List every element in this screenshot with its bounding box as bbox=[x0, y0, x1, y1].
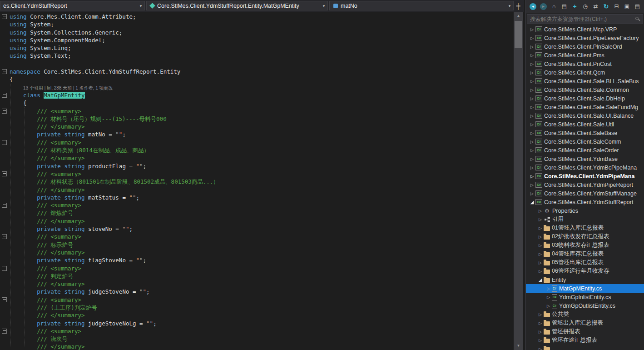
chevron-collapsed-icon[interactable]: ▷ bbox=[529, 36, 535, 40]
chevron-collapsed-icon[interactable]: ▷ bbox=[537, 226, 544, 230]
tree-item-22[interactable]: ▷引用 bbox=[526, 215, 644, 224]
tree-item-6[interactable]: ▷C#Core.StlMes.Client.Sale.BLL.SaleBus bbox=[526, 77, 644, 85]
fold-collapse-icon[interactable] bbox=[0, 296, 8, 304]
chevron-expanded-icon[interactable]: ◢ bbox=[529, 200, 535, 205]
chevron-collapsed-icon[interactable]: ▷ bbox=[537, 235, 544, 239]
tree-item-3[interactable]: ▷C#Core.StlMes.Client.Pms bbox=[526, 51, 644, 60]
tree-item-19[interactable]: ▷C#Core.StlMes.Client.YdmStuffManage bbox=[526, 189, 644, 198]
scrollbar-thumb[interactable] bbox=[515, 21, 522, 48]
chevron-collapsed-icon[interactable]: ▷ bbox=[529, 122, 535, 127]
pending-changes-icon[interactable]: ◷ bbox=[580, 2, 590, 11]
chevron-collapsed-icon[interactable]: ▷ bbox=[529, 45, 535, 49]
chevron-collapsed-icon[interactable]: ▷ bbox=[529, 62, 535, 66]
refresh-icon[interactable]: ↻ bbox=[601, 2, 611, 11]
tree-item-27[interactable]: ▷05管坯出库汇总报表 bbox=[526, 258, 644, 267]
fold-collapse-icon[interactable] bbox=[0, 107, 8, 115]
fold-collapse-icon[interactable] bbox=[0, 91, 8, 99]
tree-item-20[interactable]: ◢C#Core.StlMes.Client.YdmStuffReport bbox=[526, 198, 644, 206]
project-dropdown[interactable]: es.Client.YdmStuffReport ▾ bbox=[0, 1, 145, 10]
chevron-collapsed-icon[interactable]: ▷ bbox=[529, 70, 535, 75]
tree-item-7[interactable]: ▷C#Core.StlMes.Client.Sale.Common bbox=[526, 85, 644, 94]
chevron-collapsed-icon[interactable]: ▷ bbox=[529, 148, 535, 153]
chevron-collapsed-icon[interactable]: ▷ bbox=[529, 53, 535, 58]
tree-item-29[interactable]: ◢Entity bbox=[526, 275, 644, 284]
chevron-collapsed-icon[interactable]: ▷ bbox=[537, 217, 544, 222]
chevron-collapsed-icon[interactable]: ▷ bbox=[537, 209, 544, 213]
chevron-collapsed-icon[interactable]: ▷ bbox=[529, 27, 535, 32]
show-all-files-icon[interactable]: ▣ bbox=[622, 2, 632, 11]
tree-item-26[interactable]: ▷04管坯库存汇总报表 bbox=[526, 250, 644, 258]
switch-views-icon[interactable]: ▤ bbox=[560, 2, 569, 11]
properties-icon[interactable]: ▤ bbox=[633, 2, 642, 11]
chevron-collapsed-icon[interactable]: ▷ bbox=[537, 312, 544, 317]
chevron-collapsed-icon[interactable]: ▷ bbox=[537, 347, 544, 350]
chevron-collapsed-icon[interactable]: ▷ bbox=[537, 243, 544, 248]
tree-item-31[interactable]: ▷C#YdmGpInlistEntity.cs bbox=[526, 293, 644, 301]
tree-item-10[interactable]: ▷C#Core.StlMes.Client.Sale.UI.Balance bbox=[526, 111, 644, 120]
tree-item-21[interactable]: ▷⚙Properties bbox=[526, 206, 644, 215]
tree-item-4[interactable]: ▷C#Core.StlMes.Client.PnCost bbox=[526, 60, 644, 68]
fold-collapse-icon[interactable] bbox=[0, 265, 8, 272]
collapse-all-icon[interactable]: ⊟ bbox=[612, 2, 621, 11]
fold-collapse-icon[interactable] bbox=[0, 327, 8, 335]
tree-item-30[interactable]: ▷C#MatGpMEntity.cs bbox=[526, 284, 644, 293]
scroll-down-icon[interactable]: ▼ bbox=[514, 343, 523, 349]
split-editor-icon[interactable]: ╪ bbox=[514, 1, 523, 10]
chevron-collapsed-icon[interactable]: ▷ bbox=[529, 131, 535, 135]
chevron-collapsed-icon[interactable]: ▷ bbox=[537, 330, 544, 334]
tree-item-11[interactable]: ▷C#Core.StlMes.Client.Sale.Util bbox=[526, 120, 644, 129]
chevron-collapsed-icon[interactable]: ▷ bbox=[545, 295, 552, 300]
chevron-collapsed-icon[interactable]: ▷ bbox=[537, 338, 544, 343]
tree-item-37[interactable]: ▷ bbox=[526, 345, 644, 350]
tree-item-24[interactable]: ▷02炉批收发存汇总报表 bbox=[526, 232, 644, 241]
member-dropdown[interactable]: matNo ▾ bbox=[329, 1, 514, 10]
chevron-collapsed-icon[interactable]: ▷ bbox=[545, 304, 552, 308]
tree-item-15[interactable]: ▷C#Core.StlMes.Client.YdmBase bbox=[526, 155, 644, 163]
chevron-collapsed-icon[interactable]: ▷ bbox=[529, 96, 535, 101]
tree-item-18[interactable]: ▷C#Core.StlMes.Client.YdmPipeReport bbox=[526, 180, 644, 189]
chevron-collapsed-icon[interactable]: ▷ bbox=[529, 165, 535, 170]
tree-item-17[interactable]: ▷C#Core.StlMes.Client.YdmPipeMana bbox=[526, 172, 644, 180]
fold-collapse-icon[interactable] bbox=[0, 139, 8, 146]
chevron-collapsed-icon[interactable]: ▷ bbox=[529, 79, 535, 84]
tree-item-23[interactable]: ▷01管坯入库汇总报表 bbox=[526, 224, 644, 232]
tree-item-32[interactable]: ▷C#YdmGpOutlistEntity.cs bbox=[526, 301, 644, 310]
code-editor[interactable]: using Core.Mes.Client.Comm.Attribute;usi… bbox=[0, 12, 513, 350]
tree-item-5[interactable]: ▷C#Core.StlMes.Client.Qcm bbox=[526, 68, 644, 77]
tree-item-25[interactable]: ▷03物料收发存汇总报表 bbox=[526, 241, 644, 250]
tree-item-12[interactable]: ▷C#Core.StlMes.Client.SaleBase bbox=[526, 129, 644, 137]
tree-item-28[interactable]: ▷06管坯运行年月收发存 bbox=[526, 267, 644, 275]
sync-with-active-document-icon[interactable]: ⇄ bbox=[591, 2, 600, 11]
chevron-collapsed-icon[interactable]: ▷ bbox=[529, 105, 535, 110]
tree-item-16[interactable]: ▷C#Core.StlMes.Client.YdmBcPipeMana bbox=[526, 163, 644, 172]
tree-item-0[interactable]: ▷C#Core.StlMes.Client.Mcp.VRP bbox=[526, 25, 644, 34]
tree-item-1[interactable]: ▷C#Core.StlMes.Client.PipeLeaveFactory bbox=[526, 34, 644, 42]
chevron-collapsed-icon[interactable]: ▷ bbox=[537, 252, 544, 256]
tree-item-2[interactable]: ▷C#Core.StlMes.Client.PlnSaleOrd bbox=[526, 42, 644, 51]
chevron-collapsed-icon[interactable]: ▷ bbox=[529, 140, 535, 144]
tree-item-34[interactable]: ▷管坯出入库汇总报表 bbox=[526, 319, 644, 327]
chevron-collapsed-icon[interactable]: ▷ bbox=[537, 269, 544, 274]
chevron-collapsed-icon[interactable]: ▷ bbox=[529, 174, 535, 179]
search-input[interactable] bbox=[527, 16, 634, 22]
fold-collapse-icon[interactable] bbox=[0, 170, 8, 178]
tree-item-8[interactable]: ▷C#Core.StlMes.Client.Sale.DbHelp bbox=[526, 94, 644, 103]
scroll-up-icon[interactable]: ▲ bbox=[514, 13, 523, 19]
tree-item-33[interactable]: ▷公共类 bbox=[526, 310, 644, 319]
fold-collapse-icon[interactable] bbox=[0, 201, 8, 209]
chevron-collapsed-icon[interactable]: ▷ bbox=[529, 157, 535, 161]
chevron-collapsed-icon[interactable]: ▷ bbox=[537, 260, 544, 265]
fold-collapse-icon[interactable] bbox=[0, 13, 8, 20]
forward-icon[interactable]: ► bbox=[540, 3, 547, 10]
tree-item-14[interactable]: ▷C#Core.StlMes.Client.SaleOrder bbox=[526, 146, 644, 155]
fold-collapse-icon[interactable] bbox=[0, 233, 8, 240]
chevron-expanded-icon[interactable]: ◢ bbox=[537, 277, 544, 282]
tree-item-13[interactable]: ▷C#Core.StlMes.Client.SaleComm bbox=[526, 137, 644, 146]
tree-item-35[interactable]: ▷管坯拼报表 bbox=[526, 327, 644, 336]
chevron-collapsed-icon[interactable]: ▷ bbox=[529, 88, 535, 92]
chevron-collapsed-icon[interactable]: ▷ bbox=[529, 183, 535, 187]
tree-item-36[interactable]: ▷管坯在途汇总报表 bbox=[526, 336, 644, 345]
chevron-collapsed-icon[interactable]: ▷ bbox=[529, 114, 535, 118]
tree-item-9[interactable]: ▷C#Core.StlMes.Client.Sale.SaleFundMg bbox=[526, 103, 644, 111]
new-view-icon[interactable]: + bbox=[570, 2, 580, 11]
